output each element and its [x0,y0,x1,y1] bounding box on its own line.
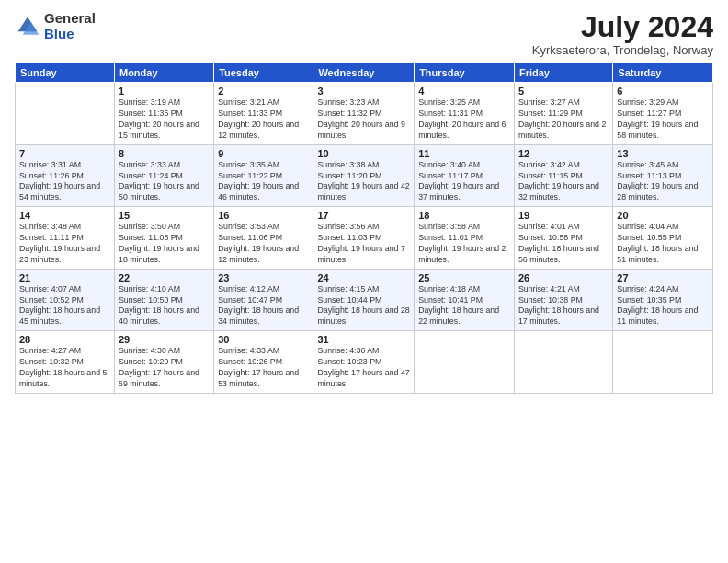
day-info: Sunrise: 4:07 AMSunset: 10:52 PMDaylight… [19,284,110,328]
day-info: Sunrise: 4:04 AMSunset: 10:55 PMDaylight… [617,222,709,266]
table-cell: 23 Sunrise: 4:12 AMSunset: 10:47 PMDayli… [214,269,313,331]
table-cell: 16 Sunrise: 3:53 AMSunset: 11:06 PMDayli… [214,207,313,270]
calendar-page: General Blue July 2024 Kyrksaeterora, Tr… [0,0,728,563]
table-cell: 26 Sunrise: 4:21 AMSunset: 10:38 PMDayli… [514,269,612,331]
day-info: Sunrise: 4:10 AMSunset: 10:50 PMDaylight… [119,284,210,328]
table-cell: 25 Sunrise: 4:18 AMSunset: 10:41 PMDayli… [415,269,515,331]
day-number: 14 [19,210,110,221]
logo-text: General Blue [44,11,96,41]
day-info: Sunrise: 3:45 AMSunset: 11:13 PMDaylight… [617,160,709,204]
day-info: Sunrise: 3:23 AMSunset: 11:32 PMDaylight… [317,98,410,142]
day-number: 2 [218,86,309,97]
table-cell: 31 Sunrise: 4:36 AMSunset: 10:23 PMDayli… [313,331,415,394]
table-cell: 8 Sunrise: 3:33 AMSunset: 11:24 PMDaylig… [114,144,213,207]
day-info: Sunrise: 4:24 AMSunset: 10:35 PMDaylight… [617,284,709,328]
day-number: 10 [317,148,410,159]
table-cell: 28 Sunrise: 4:27 AMSunset: 10:32 PMDayli… [16,331,115,394]
day-info: Sunrise: 3:53 AMSunset: 11:06 PMDaylight… [218,222,309,266]
table-cell [16,83,115,145]
day-info: Sunrise: 4:33 AMSunset: 10:26 PMDaylight… [218,346,309,390]
header-sunday: Sunday [16,63,115,83]
day-info: Sunrise: 3:40 AMSunset: 11:17 PMDaylight… [418,160,510,204]
day-number: 4 [418,86,510,97]
day-info: Sunrise: 3:25 AMSunset: 11:31 PMDaylight… [418,98,510,142]
table-cell: 2 Sunrise: 3:21 AMSunset: 11:33 PMDaylig… [214,83,313,145]
header-wednesday: Wednesday [313,63,415,83]
day-number: 5 [518,86,609,97]
table-cell: 21 Sunrise: 4:07 AMSunset: 10:52 PMDayli… [16,269,115,331]
table-cell: 7 Sunrise: 3:31 AMSunset: 11:26 PMDaylig… [16,144,115,207]
table-cell: 14 Sunrise: 3:48 AMSunset: 11:11 PMDayli… [16,207,115,270]
day-info: Sunrise: 4:21 AMSunset: 10:38 PMDaylight… [518,284,609,328]
logo-general: General [44,11,96,27]
day-number: 25 [418,272,510,283]
day-number: 23 [218,272,309,283]
week-row-5: 28 Sunrise: 4:27 AMSunset: 10:32 PMDayli… [16,331,713,394]
day-number: 17 [317,210,410,221]
day-info: Sunrise: 4:30 AMSunset: 10:29 PMDaylight… [119,346,210,390]
day-number: 13 [617,148,709,159]
logo: General Blue [15,11,96,41]
table-cell: 29 Sunrise: 4:30 AMSunset: 10:29 PMDayli… [114,331,213,394]
table-cell [415,331,515,394]
day-info: Sunrise: 3:48 AMSunset: 11:11 PMDaylight… [19,222,110,266]
table-cell: 1 Sunrise: 3:19 AMSunset: 11:35 PMDaylig… [114,83,213,145]
day-info: Sunrise: 3:58 AMSunset: 11:01 PMDaylight… [418,222,510,266]
day-info: Sunrise: 3:56 AMSunset: 11:03 PMDaylight… [317,222,410,266]
table-cell: 4 Sunrise: 3:25 AMSunset: 11:31 PMDaylig… [415,83,515,145]
header-tuesday: Tuesday [214,63,313,83]
day-info: Sunrise: 3:33 AMSunset: 11:24 PMDaylight… [119,160,210,204]
day-number: 3 [317,86,410,97]
day-number: 19 [518,210,609,221]
day-number: 1 [119,86,210,97]
table-cell [514,331,612,394]
table-cell: 3 Sunrise: 3:23 AMSunset: 11:32 PMDaylig… [313,83,415,145]
table-cell: 24 Sunrise: 4:15 AMSunset: 10:44 PMDayli… [313,269,415,331]
table-cell: 22 Sunrise: 4:10 AMSunset: 10:50 PMDayli… [114,269,213,331]
day-info: Sunrise: 4:27 AMSunset: 10:32 PMDaylight… [19,346,110,390]
header-saturday: Saturday [613,63,713,83]
location: Kyrksaeterora, Trondelag, Norway [532,43,713,57]
day-number: 31 [317,334,410,345]
day-number: 16 [218,210,309,221]
day-number: 6 [617,86,709,97]
day-info: Sunrise: 3:38 AMSunset: 11:20 PMDaylight… [317,160,410,204]
day-info: Sunrise: 3:29 AMSunset: 11:27 PMDaylight… [617,98,709,142]
day-info: Sunrise: 3:27 AMSunset: 11:29 PMDaylight… [518,98,609,142]
table-cell: 27 Sunrise: 4:24 AMSunset: 10:35 PMDayli… [613,269,713,331]
header-friday: Friday [514,63,612,83]
day-info: Sunrise: 3:50 AMSunset: 11:08 PMDaylight… [119,222,210,266]
day-number: 26 [518,272,609,283]
day-number: 30 [218,334,309,345]
day-info: Sunrise: 3:21 AMSunset: 11:33 PMDaylight… [218,98,309,142]
header: General Blue July 2024 Kyrksaeterora, Tr… [15,11,713,57]
day-number: 9 [218,148,309,159]
week-row-1: 1 Sunrise: 3:19 AMSunset: 11:35 PMDaylig… [16,83,713,145]
table-cell: 13 Sunrise: 3:45 AMSunset: 11:13 PMDayli… [613,144,713,207]
week-row-2: 7 Sunrise: 3:31 AMSunset: 11:26 PMDaylig… [16,144,713,207]
table-cell: 9 Sunrise: 3:35 AMSunset: 11:22 PMDaylig… [214,144,313,207]
header-thursday: Thursday [415,63,515,83]
logo-blue: Blue [44,27,96,42]
month-title: July 2024 [532,11,713,43]
table-cell: 20 Sunrise: 4:04 AMSunset: 10:55 PMDayli… [613,207,713,270]
day-info: Sunrise: 4:15 AMSunset: 10:44 PMDaylight… [317,284,410,328]
day-number: 7 [19,148,110,159]
day-info: Sunrise: 4:01 AMSunset: 10:58 PMDaylight… [518,222,609,266]
day-info: Sunrise: 3:19 AMSunset: 11:35 PMDaylight… [119,98,210,142]
day-info: Sunrise: 4:36 AMSunset: 10:23 PMDaylight… [317,346,410,390]
day-number: 21 [19,272,110,283]
weekday-header-row: Sunday Monday Tuesday Wednesday Thursday… [16,63,713,83]
day-info: Sunrise: 3:31 AMSunset: 11:26 PMDaylight… [19,160,110,204]
logo-icon [15,14,40,40]
header-monday: Monday [114,63,213,83]
day-number: 12 [518,148,609,159]
calendar-table: Sunday Monday Tuesday Wednesday Thursday… [15,63,713,394]
day-info: Sunrise: 4:12 AMSunset: 10:47 PMDaylight… [218,284,309,328]
day-number: 15 [119,210,210,221]
table-cell: 15 Sunrise: 3:50 AMSunset: 11:08 PMDayli… [114,207,213,270]
day-info: Sunrise: 3:42 AMSunset: 11:15 PMDaylight… [518,160,609,204]
table-cell: 17 Sunrise: 3:56 AMSunset: 11:03 PMDayli… [313,207,415,270]
table-cell: 19 Sunrise: 4:01 AMSunset: 10:58 PMDayli… [514,207,612,270]
day-number: 18 [418,210,510,221]
